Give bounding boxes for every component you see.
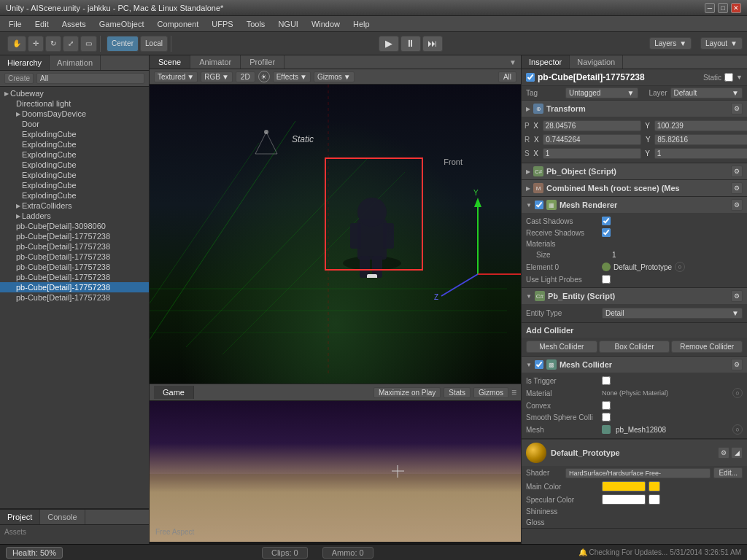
maximize-on-play[interactable]: Maximize on Play (374, 387, 441, 398)
list-item[interactable]: ExplodingCube (0, 149, 149, 160)
list-item[interactable]: ▶ DoomsDayDevice (0, 109, 149, 119)
rot-x-field[interactable] (543, 134, 641, 145)
smooth-sphere-toggle[interactable] (602, 413, 611, 421)
menu-file[interactable]: File (3, 18, 28, 30)
pb-entity-settings-icon[interactable]: ⚙ (731, 290, 743, 302)
step-button[interactable]: ⏭ (422, 36, 443, 52)
2d-button[interactable]: 2D (236, 71, 255, 82)
tab-inspector[interactable]: Inspector (522, 55, 570, 69)
hand-tool[interactable]: ✋ (7, 36, 26, 52)
object-active-toggle[interactable] (526, 73, 535, 82)
mesh-collider-toggle[interactable] (535, 360, 543, 369)
game-menu-icon[interactable]: ≡ (511, 387, 516, 397)
close-button[interactable]: ✕ (731, 3, 741, 13)
menu-ngui[interactable]: NGUI (272, 18, 304, 30)
list-item[interactable]: Directional light (0, 98, 149, 109)
list-item[interactable]: pb-Cube[Detail]-17757238 (0, 252, 149, 262)
menu-edit[interactable]: Edit (29, 18, 55, 30)
material-settings-icon[interactable]: ⚙ (718, 447, 729, 459)
pb-settings-icon[interactable]: ⚙ (731, 166, 743, 177)
list-item[interactable]: Door (0, 119, 149, 129)
menu-ufps[interactable]: UFPS (206, 18, 239, 30)
list-item[interactable]: pb-Cube[Detail]-17757238 (0, 231, 149, 241)
mesh-renderer-settings-icon[interactable]: ⚙ (731, 199, 743, 211)
is-trigger-toggle[interactable] (602, 376, 611, 385)
menu-assets[interactable]: Assets (56, 18, 92, 30)
list-item[interactable]: ExplodingCube (0, 160, 149, 170)
transform-settings-icon[interactable]: ⚙ (731, 103, 743, 114)
pause-button[interactable]: ⏸ (400, 36, 421, 52)
list-item[interactable]: ▶ Cubeway (0, 88, 149, 98)
scale-y-field[interactable] (654, 148, 747, 159)
scale-tool[interactable]: ⤢ (63, 36, 79, 52)
mesh-collider-settings-icon[interactable]: ⚙ (731, 359, 743, 370)
textured-dropdown[interactable]: Textured ▼ (154, 71, 198, 82)
main-color-pick[interactable] (649, 481, 660, 491)
all-filter[interactable]: All (498, 71, 516, 82)
shader-dropdown[interactable]: HardSurface/Hardsurface Free- (565, 468, 711, 478)
menu-help[interactable]: Help (347, 18, 376, 30)
list-item[interactable]: pb-Cube[Detail]-17757238 (0, 272, 149, 282)
list-item[interactable]: pb-Cube[Detail]-17757238 (0, 241, 149, 252)
receive-shadows-toggle[interactable] (602, 228, 611, 237)
pos-x-field[interactable] (543, 120, 641, 131)
list-item[interactable]: ExplodingCube (0, 129, 149, 139)
entity-type-dropdown[interactable]: Detail ▼ (602, 308, 743, 319)
layout-dropdown[interactable]: Layout ▼ (700, 37, 743, 50)
list-item[interactable]: pb-Cube[Detail]-17757238 (0, 262, 149, 272)
tab-hierarchy[interactable]: Hierarchy (0, 55, 50, 70)
static-menu-icon[interactable]: ▼ (736, 74, 743, 81)
tab-scene[interactable]: Scene (150, 55, 190, 69)
mesh-collider-header[interactable]: ▼ ▩ Mesh Collider ⚙ (522, 357, 747, 373)
list-item[interactable]: pb-Cube[Detail]-17757238 (0, 282, 149, 292)
pos-y-field[interactable] (654, 120, 747, 131)
stats-button[interactable]: Stats (444, 387, 471, 398)
use-light-probes-toggle[interactable] (602, 275, 611, 284)
mesh-pick-icon[interactable]: ○ (732, 424, 743, 435)
tab-console[interactable]: Console (40, 510, 85, 524)
combined-settings-icon[interactable]: ⚙ (731, 182, 743, 194)
minimize-button[interactable]: ─ (705, 3, 715, 13)
rotate-tool[interactable]: ↻ (45, 36, 61, 52)
scene-canvas[interactable]: X Y Z (150, 85, 521, 384)
list-item[interactable]: ExplodingCube (0, 139, 149, 149)
material-pick-icon[interactable]: ○ (732, 388, 743, 398)
maximize-button[interactable]: □ (718, 3, 728, 13)
transform-header[interactable]: ▶ ⊕ Transform ⚙ (522, 101, 747, 117)
rect-tool[interactable]: ▭ (80, 36, 97, 52)
game-canvas[interactable]: Free Aspect (150, 401, 521, 542)
tab-game[interactable]: Game (154, 386, 194, 399)
list-item[interactable]: pb-Cube[Detail]-3098060 (0, 221, 149, 231)
layers-dropdown[interactable]: Layers ▼ (649, 37, 692, 50)
box-collider-button[interactable]: Box Collider (599, 341, 670, 353)
mesh-collider-button[interactable]: Mesh Collider (526, 341, 597, 353)
specular-color-pick[interactable] (649, 494, 660, 505)
center-button[interactable]: Center (107, 36, 139, 52)
shader-edit-button[interactable]: Edit... (713, 467, 743, 478)
tag-dropdown[interactable]: Untagged ▼ (565, 88, 638, 98)
play-button[interactable]: ▶ (379, 36, 399, 52)
gizmos-game-button[interactable]: Gizmos (473, 387, 508, 398)
combined-mesh-header[interactable]: ▶ M Combined Mesh (root: scene) (Mes ⚙ (522, 180, 747, 196)
move-tool[interactable]: ✛ (28, 36, 44, 52)
pb-entity-header[interactable]: ▼ C# Pb_Entity (Script) ⚙ (522, 288, 747, 304)
list-item[interactable]: ▶ ExtraColliders (0, 201, 149, 211)
tab-navigation[interactable]: Navigation (570, 55, 623, 69)
mesh-renderer-header[interactable]: ▼ ▦ Mesh Renderer ⚙ (522, 197, 747, 213)
scale-x-field[interactable] (543, 148, 641, 159)
create-button[interactable]: Create (4, 73, 34, 84)
rot-y-field[interactable] (654, 134, 747, 145)
mesh-renderer-toggle[interactable] (535, 201, 543, 209)
lighting-toggle[interactable]: ☀ (258, 71, 270, 82)
menu-tools[interactable]: Tools (241, 18, 271, 30)
list-item[interactable]: ExplodingCube (0, 170, 149, 180)
gizmos-dropdown[interactable]: Gizmos ▼ (314, 71, 355, 82)
tab-project[interactable]: Project (0, 510, 40, 524)
convex-toggle[interactable] (602, 401, 611, 410)
list-item[interactable]: ExplodingCube (0, 190, 149, 201)
main-color-swatch[interactable] (602, 481, 646, 491)
list-item[interactable]: pb-Cube[Detail]-17757238 (0, 292, 149, 303)
effects-dropdown[interactable]: Effects ▼ (273, 71, 311, 82)
local-button[interactable]: Local (140, 36, 168, 52)
menu-window[interactable]: Window (306, 18, 346, 30)
